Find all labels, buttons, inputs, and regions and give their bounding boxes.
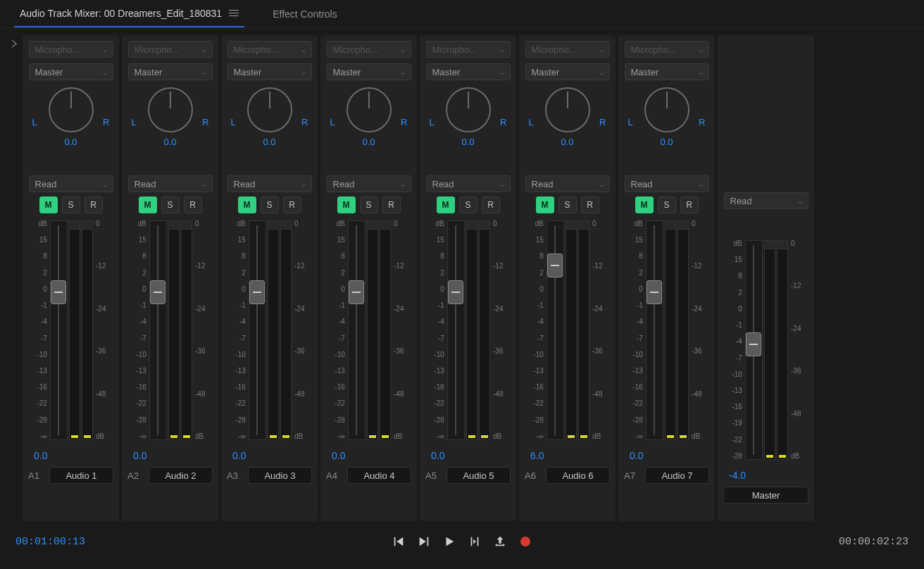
pan-value[interactable]: 0.0 (64, 137, 77, 147)
fader-thumb[interactable] (51, 280, 66, 304)
track-name-field[interactable]: Audio 5 (447, 467, 511, 484)
automation-dropdown[interactable]: Read⌵ (29, 175, 113, 192)
record-enable-button[interactable]: R (482, 196, 500, 213)
solo-button[interactable]: S (459, 196, 477, 213)
automation-dropdown[interactable]: Read⌵ (227, 175, 312, 192)
track-name-field[interactable]: Master (723, 487, 808, 504)
pan-value[interactable]: 0.0 (561, 137, 573, 147)
solo-button[interactable]: S (360, 196, 378, 213)
pan-value[interactable]: 0.0 (461, 137, 474, 147)
record-enable-button[interactable]: R (581, 196, 599, 213)
timecode-left[interactable]: 00:01:00:13 (15, 536, 85, 548)
panel-menu-icon[interactable] (229, 10, 239, 16)
fader-thumb[interactable] (249, 280, 265, 304)
track-name-field[interactable]: Audio 6 (546, 467, 610, 484)
record-enable-button[interactable]: R (85, 196, 103, 213)
go-to-in-point-button[interactable] (391, 534, 406, 549)
volume-value[interactable]: 0.0 (624, 450, 643, 461)
volume-value[interactable]: 0.0 (425, 450, 444, 461)
volume-value[interactable]: 0.0 (127, 450, 146, 461)
automation-dropdown[interactable]: Read⌵ (327, 175, 411, 192)
input-dropdown[interactable]: Micropho...⌵ (128, 41, 213, 58)
pan-value[interactable]: 0.0 (163, 137, 176, 147)
automation-dropdown[interactable]: Read⌵ (724, 192, 808, 209)
automation-dropdown[interactable]: Read⌵ (128, 175, 213, 192)
loop-button[interactable] (467, 534, 482, 549)
fader-thumb[interactable] (448, 280, 463, 304)
fader-track[interactable] (745, 240, 763, 460)
timecode-right[interactable]: 00:00:02:23 (839, 536, 909, 548)
volume-value[interactable]: 0.0 (28, 450, 47, 461)
tab-effect-controls[interactable]: Effect Controls (273, 8, 337, 20)
track-name-field[interactable]: Audio 3 (248, 467, 312, 484)
track-name-field[interactable]: Audio 7 (645, 467, 709, 484)
volume-value[interactable]: 0.0 (326, 450, 345, 461)
record-enable-button[interactable]: R (382, 196, 401, 213)
go-to-out-point-button[interactable] (416, 534, 432, 549)
fader-thumb[interactable] (647, 280, 662, 304)
output-dropdown[interactable]: Master⌵ (327, 63, 411, 80)
track-name-field[interactable]: Audio 2 (149, 467, 213, 484)
fader-thumb[interactable] (349, 280, 364, 304)
solo-button[interactable]: S (161, 196, 180, 213)
mute-button[interactable]: M (39, 196, 58, 213)
pan-knob[interactable] (247, 87, 292, 132)
automation-dropdown[interactable]: Read⌵ (525, 175, 610, 192)
mute-button[interactable]: M (635, 196, 654, 213)
record-enable-button[interactable]: R (680, 196, 699, 213)
solo-button[interactable]: S (62, 196, 80, 213)
fader-track[interactable] (149, 220, 167, 440)
pan-knob[interactable] (49, 87, 94, 132)
fader-thumb[interactable] (746, 332, 761, 356)
output-dropdown[interactable]: Master⌵ (525, 63, 610, 80)
tab-audio-track-mixer[interactable]: Audio Track Mixer: 00 Dreamers_Edit_1808… (14, 0, 244, 27)
pan-value[interactable]: 0.0 (660, 137, 673, 147)
mute-button[interactable]: M (238, 196, 256, 213)
fader-thumb[interactable] (547, 254, 563, 277)
fader-track[interactable] (646, 220, 663, 440)
volume-value[interactable]: 0.0 (227, 450, 246, 461)
input-dropdown[interactable]: Micropho...⌵ (625, 41, 709, 58)
mute-button[interactable]: M (437, 196, 455, 213)
pan-knob[interactable] (148, 87, 193, 132)
mute-button[interactable]: M (536, 196, 554, 213)
fader-thumb[interactable] (150, 280, 166, 304)
fader-track[interactable] (547, 220, 564, 440)
pan-value[interactable]: 0.0 (362, 137, 375, 147)
solo-button[interactable]: S (658, 196, 676, 213)
output-dropdown[interactable]: Master⌵ (227, 63, 312, 80)
input-dropdown[interactable]: Micropho...⌵ (525, 41, 610, 58)
input-dropdown[interactable]: Micropho...⌵ (227, 41, 312, 58)
fader-track[interactable] (348, 220, 366, 440)
fader-track[interactable] (249, 220, 266, 440)
pan-knob[interactable] (644, 87, 689, 132)
track-name-field[interactable]: Audio 1 (49, 467, 113, 484)
volume-value[interactable]: 6.0 (525, 450, 544, 461)
record-button[interactable] (518, 534, 533, 549)
output-dropdown[interactable]: Master⌵ (29, 63, 113, 80)
fader-track[interactable] (50, 220, 68, 440)
fader-track[interactable] (447, 220, 465, 440)
input-dropdown[interactable]: Micropho...⌵ (426, 41, 511, 58)
mute-button[interactable]: M (139, 196, 157, 213)
automation-dropdown[interactable]: Read⌵ (426, 175, 511, 192)
pan-knob[interactable] (446, 87, 491, 132)
record-enable-button[interactable]: R (184, 196, 202, 213)
solo-button[interactable]: S (558, 196, 577, 213)
volume-value[interactable]: -4.0 (723, 470, 746, 481)
input-dropdown[interactable]: Micropho...⌵ (29, 41, 113, 58)
automation-dropdown[interactable]: Read⌵ (625, 175, 709, 192)
output-dropdown[interactable]: Master⌵ (426, 63, 511, 80)
track-name-field[interactable]: Audio 4 (347, 467, 411, 484)
pan-knob[interactable] (346, 87, 392, 132)
export-button[interactable] (492, 534, 508, 549)
pan-value[interactable]: 0.0 (263, 137, 275, 147)
mute-button[interactable]: M (337, 196, 356, 213)
record-enable-button[interactable]: R (283, 196, 301, 213)
output-dropdown[interactable]: Master⌵ (128, 63, 213, 80)
solo-button[interactable]: S (261, 196, 279, 213)
expand-effects-handle[interactable] (11, 35, 23, 521)
output-dropdown[interactable]: Master⌵ (625, 63, 709, 80)
pan-knob[interactable] (545, 87, 590, 132)
play-button[interactable] (442, 534, 457, 549)
